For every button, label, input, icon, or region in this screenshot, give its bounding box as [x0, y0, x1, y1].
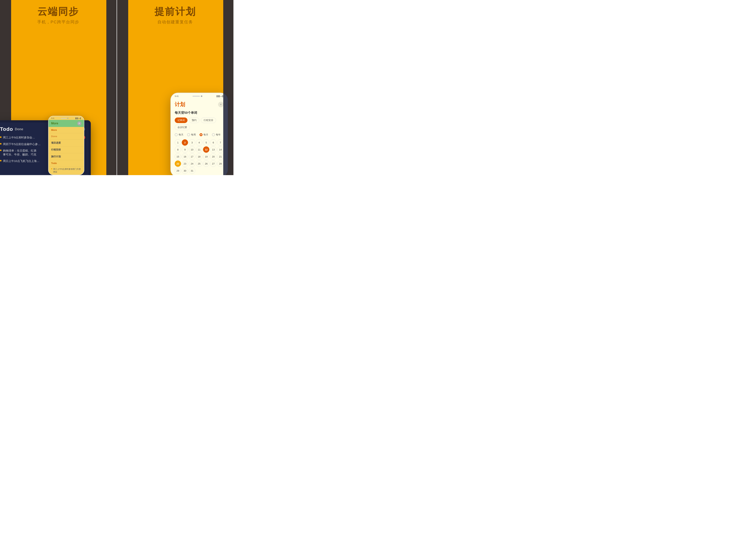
right-title-block: 提前计划 自动创建重复任务 — [155, 5, 196, 25]
cal-day-26[interactable]: 26 — [203, 160, 209, 167]
cal-day-1[interactable]: 1 — [175, 139, 181, 146]
rp-tag-minutes[interactable]: 会议纪要 — [175, 125, 190, 130]
rp-repeat-monthly[interactable]: 每月 — [200, 133, 208, 136]
cal-day-9[interactable]: 9 — [182, 146, 188, 153]
laptop-dot-3 — [0, 150, 1, 151]
phone-avatar: 未 — [77, 121, 81, 125]
cal-day-5[interactable]: 5 — [203, 139, 209, 146]
rp-repeat-monthly-label: 每月 — [203, 133, 208, 136]
phone-list-done[interactable]: Done — [49, 133, 84, 139]
notch-line — [61, 118, 67, 119]
rp-status-bar: 9:41 ▐▐▐ ▲ ▌ — [171, 93, 227, 98]
cal-day-19[interactable]: 19 — [203, 153, 209, 160]
left-panel: 云端同步 手机，PC跨平台同步 Todo Done 🔒 🔄 ⚙️ 周三上 — [0, 0, 117, 175]
rp-radio-weekly — [187, 133, 190, 136]
rp-signal-icons: ▐▐▐ ▲ ▌ — [216, 95, 224, 97]
right-phone: 9:41 ▐▐▐ ▲ ▌ 计划 × 每天背50个单词 — [171, 93, 228, 175]
rp-calendar: 1234567891011121314151617181920212223242… — [175, 139, 224, 174]
phone-list-project[interactable]: 项目进度 — [49, 139, 84, 146]
rp-repeat-weekly[interactable]: 每周 — [187, 133, 196, 136]
rp-cal-grid: 1234567891011121314151617181920212223242… — [175, 139, 224, 174]
rp-repeat-daily-label: 每天 — [179, 133, 183, 136]
phone-list-header: More 未 — [49, 120, 84, 127]
laptop-item-3-text: 购物清单：生日蛋糕、红酒事可乐、牛排、酸奶、巧克 — [3, 149, 36, 156]
laptop-item-4-text: 周日上午10点飞机飞往上海… — [3, 159, 40, 163]
cal-day-18[interactable]: 18 — [196, 153, 202, 160]
rp-tag-itinerary[interactable]: 行程安排 — [201, 118, 216, 123]
phone-time: 9:41 — [51, 117, 54, 119]
phone-list-schedule[interactable]: 行程安排 — [49, 146, 84, 153]
laptop-todo-label: Todo — [0, 126, 13, 132]
phone-list-more[interactable]: More — [49, 127, 84, 133]
phone-signal: ▐▐▐ ▲ ▌ — [75, 118, 81, 119]
rp-plan-title: 计划 — [175, 101, 185, 108]
cal-day-16[interactable]: 16 — [182, 153, 188, 160]
phone-list-travel[interactable]: 旅行计划 — [49, 153, 84, 160]
phone-notch-center — [61, 118, 68, 119]
cal-day-3[interactable]: 3 — [189, 139, 195, 146]
cal-day-4[interactable]: 4 — [196, 139, 202, 146]
cal-day-31[interactable]: 31 — [189, 168, 195, 174]
rp-repeat-daily[interactable]: 每天 — [175, 133, 183, 136]
right-sub-title: 自动创建重复任务 — [155, 19, 196, 25]
cal-day-15[interactable]: 15 — [175, 153, 181, 160]
cal-day-2[interactable]: 2 — [182, 139, 188, 146]
phone-on-laptop: 9:41 ▐▐▐ ▲ ▌ More 未 More Done 项目进度 行程安排 … — [48, 116, 84, 175]
right-dark-sidebar-left — [117, 0, 128, 175]
cal-day-11[interactable]: 11 — [196, 146, 202, 153]
rp-radio-monthly — [200, 133, 203, 136]
rp-time: 9:41 — [175, 95, 179, 97]
rp-header: 计划 × — [175, 101, 224, 108]
right-dark-sidebar-right — [223, 0, 233, 175]
rp-tag-appointment[interactable]: 预约 — [189, 118, 199, 123]
rp-notch-line — [192, 96, 200, 97]
laptop-dot-1 — [0, 136, 1, 138]
rp-body: 计划 × 每天背50个单词 记单词 预约 行程安排 会议纪要 每天 — [171, 98, 227, 175]
cal-day-20[interactable]: 20 — [210, 153, 216, 160]
rp-close-button[interactable]: × — [218, 102, 224, 107]
cal-day-21[interactable]: 21 — [217, 153, 224, 160]
right-phone-wrap: 9:41 ▐▐▐ ▲ ▌ 计划 × 每天背50个单词 — [171, 93, 228, 175]
left-title-block: 云端同步 手机，PC跨平台同步 — [37, 5, 79, 25]
laptop-dot-2 — [0, 143, 1, 145]
rp-bars-icon: ▐▐▐ — [216, 95, 220, 97]
rp-tag-memorize[interactable]: 记单词 — [175, 118, 187, 123]
cal-day-30[interactable]: 30 — [182, 168, 188, 174]
cal-day-12[interactable]: 12 — [203, 146, 209, 153]
phone-list-todo[interactable]: Todo — [49, 160, 84, 167]
phone-list-task-text: 周三上午9点准时参加部门月度例会 — [53, 168, 81, 173]
left-sub-title: 手机，PC跨平台同步 — [37, 19, 79, 25]
cal-day-14[interactable]: 14 — [217, 146, 224, 153]
rp-repeat-row: 每天 每周 每月 每年 — [175, 133, 224, 136]
laptop-dot-4 — [0, 160, 1, 161]
rp-repeat-yearly[interactable]: 每年 — [212, 133, 221, 136]
rp-wifi-icon: ▲ — [220, 95, 222, 97]
cal-day-10[interactable]: 10 — [189, 146, 195, 153]
laptop-item-2-text: 周四下午5点前往金融中心参… — [3, 142, 41, 146]
phone-notch-bar: 9:41 ▐▐▐ ▲ ▌ — [49, 116, 84, 120]
right-main-title: 提前计划 — [155, 5, 196, 18]
rp-tags: 记单词 预约 行程安排 会议纪要 — [175, 118, 224, 130]
rp-repeat-yearly-label: 每年 — [216, 133, 221, 136]
cal-day-22[interactable]: 22 — [175, 160, 181, 167]
left-main-title: 云端同步 — [37, 5, 79, 18]
cal-day-27[interactable]: 27 — [210, 160, 216, 167]
phone-list-task-dot — [51, 168, 52, 169]
notch-cam — [67, 118, 68, 119]
phone-list-task: 周三上午9点准时参加部门月度例会 — [49, 167, 84, 175]
rp-notch-dot — [201, 96, 202, 97]
rp-notch — [192, 96, 202, 97]
cal-day-28[interactable]: 28 — [217, 160, 224, 167]
cal-day-7[interactable]: 7 — [217, 139, 224, 146]
phone-screen: More 未 More Done 项目进度 行程安排 旅行计划 Todo 周三上… — [49, 120, 84, 175]
left-dark-sidebar-right — [106, 0, 117, 175]
cal-day-8[interactable]: 8 — [175, 146, 181, 153]
cal-day-25[interactable]: 25 — [196, 160, 202, 167]
cal-day-13[interactable]: 13 — [210, 146, 216, 153]
cal-day-17[interactable]: 17 — [189, 153, 195, 160]
cal-day-29[interactable]: 29 — [175, 168, 181, 174]
cal-day-6[interactable]: 6 — [210, 139, 216, 146]
cal-day-23[interactable]: 23 — [182, 160, 188, 167]
laptop-item-1-text: 周三上午9点准时参加会… — [3, 135, 35, 139]
cal-day-24[interactable]: 24 — [189, 160, 195, 167]
